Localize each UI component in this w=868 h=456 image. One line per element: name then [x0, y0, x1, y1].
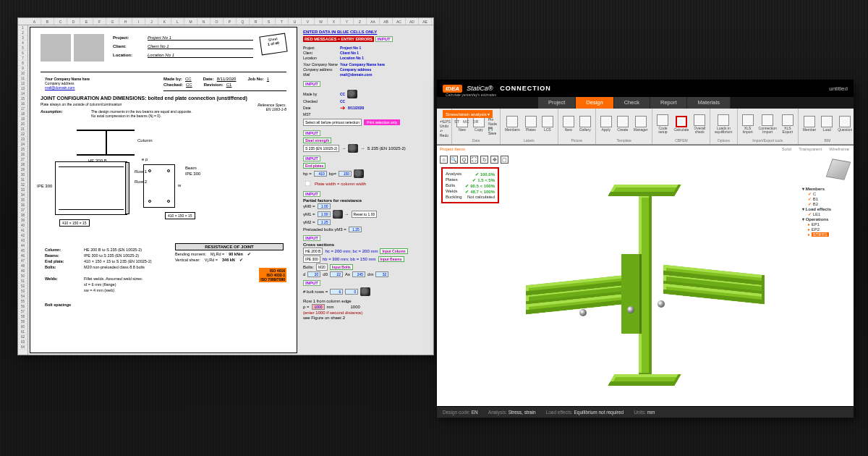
plate-b-input[interactable]: 150: [339, 171, 352, 177]
ribbon-tab-strip: ProjectDesignCheckReportMaterials: [437, 97, 854, 109]
display-mode-transparent[interactable]: Transparent: [799, 147, 822, 151]
ribbon-toolbar: Undo Redo New Copy 📌 Pin Node 💾 Save Dat…: [437, 109, 854, 145]
company-mail-link[interactable]: mail@domain.com: [45, 85, 75, 90]
bolt-rows-2[interactable]: 0: [345, 289, 358, 295]
input-bolts-button[interactable]: Input Bolts: [330, 264, 353, 270]
section-icon[interactable]: ▢: [501, 156, 509, 164]
tree-op-ep1[interactable]: EP1: [802, 221, 848, 227]
home-view-icon[interactable]: ⌂: [440, 156, 448, 164]
tab-design[interactable]: Design: [576, 97, 613, 109]
conn-import-button[interactable]: Connection Import: [757, 114, 778, 135]
tree-member-b2[interactable]: B2: [802, 201, 848, 206]
assumption-block: Assumption: The design moments in the tw…: [41, 109, 286, 118]
zoom-in-icon[interactable]: 🔍: [450, 156, 458, 164]
tree-member-b1[interactable]: B1: [802, 196, 848, 201]
tab-project[interactable]: Project: [538, 97, 576, 109]
document-title: untitled: [829, 85, 848, 92]
input-beams-button[interactable]: Input Beams: [378, 256, 404, 262]
calculate-button[interactable]: Calculate: [672, 115, 690, 132]
print-selection-dropdown[interactable]: Select all before printout selection: [303, 119, 362, 126]
bim-load-button[interactable]: Load: [820, 115, 834, 132]
brand-connection: CONNECTION: [500, 85, 551, 92]
pic-gallery-button[interactable]: Gallery: [578, 115, 592, 132]
tpl-apply-button[interactable]: Apply: [599, 115, 613, 132]
bolt-as-input[interactable]: 245: [352, 271, 365, 277]
column-section-select[interactable]: HE 200 B: [303, 248, 323, 255]
steel-grade-select[interactable]: S 235 (EN 10025-2): [303, 145, 339, 152]
bolt-icon: [627, 306, 634, 313]
redo-button[interactable]: Redo: [440, 129, 448, 138]
bolt-icon: [658, 300, 665, 308]
mode-tab-st[interactable]: ST: [454, 119, 459, 124]
zoom-out-icon[interactable]: Q: [460, 156, 468, 164]
analysis-mode-dropdown[interactable]: Stress/strain analysis ▾: [443, 110, 493, 118]
brand-tagline: Calculate yesterday's estimates: [446, 93, 496, 97]
input-column-button[interactable]: Input Column: [380, 248, 407, 254]
resistance-of-joint: RESISTANCE OF JOINT Bending moment:Mj,Rd…: [175, 243, 284, 263]
display-mode-wireframe[interactable]: Wireframe: [829, 147, 849, 151]
steel-strength-button[interactable]: Steel strength: [303, 138, 331, 143]
input-pane: ENTER DATA IN BLUE CELLS ONLY RED MESSAG…: [299, 27, 432, 353]
bolt-d0-input[interactable]: 22: [330, 271, 343, 277]
arrow-right-icon: ➔: [340, 104, 346, 111]
print-selection-button[interactable]: Print selection only: [364, 119, 400, 125]
tab-materials[interactable]: Materials: [687, 97, 730, 109]
tpl-create-button[interactable]: Create: [616, 115, 630, 132]
bim-question-button[interactable]: Question: [836, 115, 854, 132]
viewport-tool-icons: ⌂ 🔍 Q ⛶ ↻ ✥ ▢: [440, 156, 509, 164]
bim-member-button[interactable]: Member: [801, 115, 817, 132]
rotate-icon[interactable]: ↻: [480, 156, 488, 164]
connection-app-window: IDEA StatiCa® CONNECTION untitled Projec…: [437, 80, 854, 418]
report-sheet: Project:Project No 1 Client:Client No 1 …: [30, 27, 297, 353]
tab-report[interactable]: Report: [650, 97, 688, 109]
row-headers: 1234567891011121314151617181920212223242…: [18, 25, 28, 355]
tree-op-ep2[interactable]: EP2: [802, 227, 848, 232]
sheet-number-badge: Sheet1 of 40: [259, 33, 287, 56]
end-plates-button[interactable]: End plates: [303, 163, 326, 169]
plate-h-input[interactable]: 410: [314, 171, 327, 177]
bolt-rows-1[interactable]: 6: [330, 289, 343, 295]
navigator-tree: ▾ Members C B1 B2 ▾ Load effects LE1 ▾ O…: [800, 185, 851, 238]
pan-icon[interactable]: ✥: [490, 156, 498, 164]
gamma-m1-input[interactable]: 1.00: [318, 211, 331, 217]
plate-width-checkbox[interactable]: [305, 181, 311, 187]
fit-view-icon[interactable]: ⛶: [470, 156, 478, 164]
gamma-m2-input[interactable]: 1.25: [318, 219, 331, 225]
project-items-label: Project Items: [440, 147, 465, 151]
pic-new-button[interactable]: New: [561, 115, 576, 132]
members-toggle[interactable]: Members: [503, 115, 522, 132]
save-button[interactable]: 💾 Save: [488, 127, 497, 135]
gamma-m0-input[interactable]: 1.00: [318, 203, 331, 209]
tree-le1[interactable]: LE1: [802, 211, 848, 216]
mode-tab-mc[interactable]: MC: [463, 119, 469, 124]
tpl-manager-button[interactable]: Manager: [632, 115, 650, 132]
xls-export-button[interactable]: XLS Export: [780, 114, 795, 135]
steel-connection-3d: [526, 185, 765, 387]
nav-cube-icon[interactable]: [826, 159, 851, 180]
bolt-dm-input[interactable]: 32: [375, 271, 388, 277]
overall-check-button[interactable]: Overall check: [692, 114, 707, 135]
calculate-icon: [676, 116, 687, 127]
project-info: Project:Project No 1 Client:Client No 1 …: [113, 33, 253, 59]
xls-import-button[interactable]: XLS Import: [741, 114, 755, 135]
tree-member-c[interactable]: C: [802, 191, 848, 196]
loads-eq-button[interactable]: Loads in equilibrium: [713, 114, 733, 135]
beam-section-select[interactable]: IPE 300: [303, 256, 320, 263]
input-pane-title: ENTER DATA IN BLUE CELLS ONLY: [303, 30, 427, 34]
model-viewport[interactable]: Project Items ⌂ 🔍 Q ⛶ ↻ ✥ ▢ SolidTranspa…: [437, 145, 854, 406]
pf-reset-button[interactable]: Reset to 1.00: [352, 211, 378, 218]
mode-tab-eps[interactable]: EPS: [443, 119, 451, 124]
render-thumb-icon: [347, 90, 357, 98]
analysis-subtabs: EPSSTMCDR: [443, 119, 479, 124]
display-mode-solid[interactable]: Solid: [782, 147, 791, 151]
lcs-toggle[interactable]: LCS: [540, 115, 555, 132]
bolts-select[interactable]: M20: [316, 263, 328, 271]
tree-op-stiff1[interactable]: STIFF1: [802, 232, 848, 237]
gamma-m3-input[interactable]: 1.25: [349, 227, 362, 232]
code-setup-button[interactable]: Code setup: [655, 114, 670, 135]
plates-toggle[interactable]: Plates: [524, 115, 538, 132]
bolt-d-input[interactable]: 20: [307, 271, 320, 277]
row1-pos-input[interactable]: 1000: [312, 304, 325, 310]
mode-tab-dr[interactable]: DR: [473, 119, 479, 124]
tab-check[interactable]: Check: [614, 97, 650, 109]
